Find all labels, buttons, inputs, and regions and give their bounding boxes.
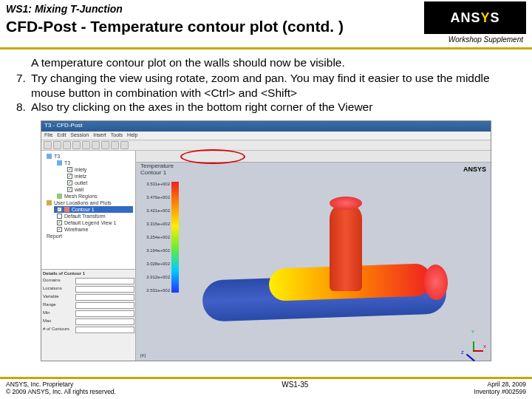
menu-item[interactable]: File xyxy=(44,132,52,139)
checkbox-icon[interactable] xyxy=(67,167,72,172)
toolbar-button[interactable] xyxy=(53,141,61,149)
supplement-label: Workshop Supplement xyxy=(449,35,523,44)
checkbox-icon[interactable] xyxy=(67,187,72,192)
checkbox-icon[interactable] xyxy=(57,227,62,232)
window-titlebar: T3 - CFD-Post xyxy=(41,121,491,132)
toolbar-button[interactable] xyxy=(120,141,129,149)
ansys-logo: ANSYS xyxy=(424,1,526,34)
logo-text: ANSYS xyxy=(450,10,499,26)
tree-case: T3 xyxy=(44,153,133,160)
annotation-oval xyxy=(180,149,245,164)
list-item: 7.Try changing the view using rotate, zo… xyxy=(16,71,516,100)
footer-left: ANSYS, Inc. Proprietary © 2009 ANSYS, In… xyxy=(6,381,116,395)
page-number: WS1-35 xyxy=(116,381,474,395)
view-toolbar xyxy=(136,151,491,163)
legend-bar xyxy=(171,182,179,293)
app-screenshot: T3 - CFD-Post File Edit Session Insert T… xyxy=(41,120,491,361)
toolbar-button[interactable] xyxy=(101,141,109,149)
menu-item[interactable]: Edit xyxy=(57,132,66,139)
menubar[interactable]: File Edit Session Insert Tools Help xyxy=(41,132,491,140)
checkbox-icon[interactable] xyxy=(57,220,62,225)
userloc-icon xyxy=(47,200,52,205)
toolbar-button[interactable] xyxy=(92,141,100,149)
case-icon xyxy=(47,154,52,159)
checkbox-icon[interactable] xyxy=(57,214,62,219)
toolbar-button[interactable] xyxy=(111,141,119,149)
details-title: Details of Contour 1 xyxy=(43,271,134,276)
checkbox-icon[interactable] xyxy=(57,207,62,212)
detail-input[interactable] xyxy=(75,318,134,325)
tree-contour-selected: Contour 1 xyxy=(54,206,133,213)
step-list: 7.Try changing the view using rotate, zo… xyxy=(16,71,516,114)
contour-icon xyxy=(64,207,69,212)
checkbox-icon[interactable] xyxy=(67,180,72,185)
menu-item[interactable]: Tools xyxy=(111,132,123,139)
pipe-outlet xyxy=(423,264,449,300)
body-text: A temperature contour plot on the walls … xyxy=(0,50,532,117)
footer-right: April 28, 2009 Inventory #002599 xyxy=(474,381,526,395)
detail-input[interactable] xyxy=(75,310,134,317)
viewer-3d[interactable]: ANSYS Temperature Contour 1 3.531e+002 3… xyxy=(136,151,491,361)
pipe-geometry[interactable] xyxy=(202,188,461,343)
menu-item[interactable]: Session xyxy=(70,132,89,139)
detail-input[interactable] xyxy=(75,286,134,293)
menu-item[interactable]: Insert xyxy=(93,132,106,139)
toolbar-button[interactable] xyxy=(63,141,71,149)
checkbox-icon[interactable] xyxy=(67,174,72,179)
intro-text: A temperature contour plot on the walls … xyxy=(16,55,516,69)
axis-triad[interactable]: Y X Z xyxy=(463,334,485,356)
toolbar-button[interactable] xyxy=(72,141,81,149)
toolbar xyxy=(41,140,491,151)
pipe-branch xyxy=(330,202,362,291)
menu-item[interactable]: Help xyxy=(127,132,137,139)
content-row: T3 T3 inlety inletz outlet wall Mesh Reg… xyxy=(41,151,491,361)
slide-header: WS1: Mixing T-Junction CFD-Post - Temper… xyxy=(0,0,532,47)
list-item: 8.Also try clicking on the axes in the b… xyxy=(16,100,516,114)
domain-icon xyxy=(57,160,62,166)
legend-title: Temperature Contour 1 xyxy=(140,163,174,176)
details-panel[interactable]: Details of Contour 1 Domains Locations V… xyxy=(41,269,136,361)
pipe-branch-cap xyxy=(330,197,362,210)
toolbar-button[interactable] xyxy=(44,141,52,149)
toolbar-button[interactable] xyxy=(82,141,90,149)
x-axis[interactable] xyxy=(473,350,483,352)
detail-input[interactable] xyxy=(75,327,134,333)
z-axis[interactable] xyxy=(466,354,475,361)
legend-unit: [K] xyxy=(140,353,146,358)
viewer-logo: ANSYS xyxy=(463,166,486,173)
detail-input[interactable] xyxy=(75,278,134,284)
detail-input[interactable] xyxy=(75,302,134,309)
detail-input[interactable] xyxy=(75,294,134,301)
mesh-icon xyxy=(57,194,62,199)
slide-footer: ANSYS, Inc. Proprietary © 2009 ANSYS, In… xyxy=(0,377,532,399)
outline-tree[interactable]: T3 T3 inlety inletz outlet wall Mesh Reg… xyxy=(41,151,136,361)
